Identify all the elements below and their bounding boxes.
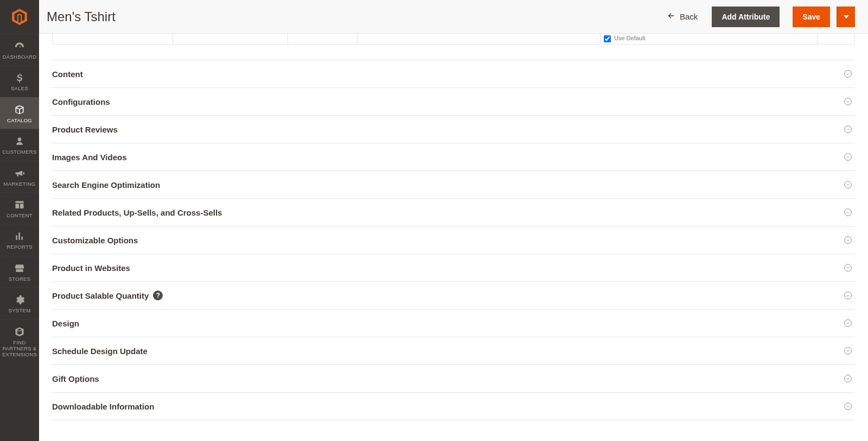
- sidebar-item-system[interactable]: SYSTEM: [0, 287, 39, 319]
- sidebar-item-label: DASHBOARD: [1, 54, 38, 60]
- sidebar-item-customers[interactable]: CUSTOMERS: [0, 129, 39, 160]
- accordion-label: Product Reviews: [52, 125, 118, 134]
- accordion-section[interactable]: Search Engine Optimization: [52, 171, 855, 199]
- accordion-section[interactable]: Images And Videos: [52, 143, 855, 171]
- accordion-label: Content: [52, 70, 83, 79]
- accordion-title: Configurations: [52, 97, 110, 106]
- magento-logo[interactable]: [0, 0, 39, 34]
- puzzle-icon: [1, 326, 38, 337]
- sidebar-item-dashboard[interactable]: DASHBOARD: [0, 34, 39, 65]
- sidebar-item-content[interactable]: CONTENT: [0, 192, 39, 224]
- svg-point-1: [845, 98, 852, 105]
- sidebar-item-label: CUSTOMERS: [1, 149, 38, 155]
- use-default-checkbox[interactable]: [604, 35, 611, 42]
- svg-point-12: [845, 403, 852, 410]
- help-icon[interactable]: ?: [153, 291, 163, 300]
- accordion-section[interactable]: Content: [52, 60, 855, 88]
- use-default-cell: Use Default: [601, 34, 818, 44]
- sidebar-item-label: SALES: [1, 85, 38, 91]
- accordion-section[interactable]: Product in Websites: [52, 254, 855, 282]
- svg-point-3: [845, 154, 852, 161]
- main-content: Men's Tshirt Back Add Attribute Save Use…: [39, 0, 868, 441]
- svg-point-10: [845, 348, 852, 355]
- svg-point-0: [845, 71, 852, 78]
- accordion-title: Customizable Options: [52, 236, 138, 245]
- chevron-down-icon: [843, 346, 853, 356]
- accordion-label: Downloadable Information: [52, 402, 154, 411]
- chevron-down-icon: [843, 152, 853, 162]
- accordion-label: Schedule Design Update: [52, 346, 148, 356]
- dollar-icon: [1, 72, 38, 83]
- sidebar-item-label: CONTENT: [1, 212, 38, 218]
- accordion-list: ContentConfigurationsProduct ReviewsImag…: [52, 60, 855, 420]
- sidebar-item-reports[interactable]: REPORTS: [0, 224, 39, 255]
- accordion-title: Product Reviews: [52, 125, 118, 134]
- accordion-section[interactable]: Customizable Options: [52, 226, 855, 254]
- accordion-section[interactable]: Gift Options: [52, 365, 855, 393]
- accordion-section[interactable]: Product Salable Quantity?: [52, 282, 855, 310]
- layout-icon: [1, 199, 38, 210]
- chevron-down-icon: [843, 374, 853, 383]
- chart-icon: [1, 231, 38, 242]
- store-icon: [1, 263, 38, 274]
- svg-point-5: [845, 209, 852, 216]
- accordion-section[interactable]: Related Products, Up-Sells, and Cross-Se…: [52, 199, 855, 226]
- accordion-label: Configurations: [52, 97, 110, 106]
- sidebar-item-label: CATALOG: [1, 117, 38, 123]
- svg-point-7: [845, 264, 852, 272]
- accordion-section[interactable]: Configurations: [52, 88, 855, 116]
- page-title: Men's Tshirt: [47, 9, 659, 24]
- sidebar-item-marketing[interactable]: MARKETING: [0, 161, 39, 192]
- accordion-label: Design: [52, 319, 79, 328]
- sidebar-item-label: STORES: [1, 276, 38, 282]
- svg-point-9: [845, 320, 852, 327]
- sidebar-item-stores[interactable]: STORES: [0, 256, 39, 287]
- accordion-title: Product Salable Quantity?: [52, 291, 163, 300]
- chevron-down-icon: [843, 401, 853, 411]
- gear-icon: [1, 294, 38, 305]
- admin-sidebar: DASHBOARD SALES CATALOG CUSTOMERS MARKET…: [0, 0, 39, 441]
- accordion-section[interactable]: Downloadable Information: [52, 393, 855, 420]
- back-button-label: Back: [680, 12, 698, 21]
- sidebar-item-label: MARKETING: [1, 181, 38, 187]
- megaphone-icon: [1, 168, 38, 179]
- svg-point-11: [845, 375, 852, 382]
- sidebar-item-partners[interactable]: FIND PARTNERS & EXTENSIONS: [0, 319, 39, 363]
- accordion-label: Images And Videos: [52, 153, 127, 162]
- chevron-down-icon: [843, 69, 853, 79]
- box-icon: [1, 104, 38, 115]
- accordion-section[interactable]: Design: [52, 310, 855, 337]
- chevron-down-icon: [843, 235, 853, 245]
- save-button[interactable]: Save: [793, 7, 830, 27]
- chevron-down-icon: [843, 318, 853, 328]
- sidebar-item-catalog[interactable]: CATALOG: [0, 97, 39, 129]
- accordion-section[interactable]: Schedule Design Update: [52, 337, 855, 365]
- content-area: Use Default ContentConfigurationsProduct…: [39, 34, 868, 441]
- arrow-left-icon: [667, 11, 675, 22]
- accordion-title: Schedule Design Update: [52, 346, 148, 356]
- accordion-title: Product in Websites: [52, 263, 130, 273]
- grid-row-fragment: Use Default: [52, 34, 855, 45]
- sidebar-item-label: FIND PARTNERS & EXTENSIONS: [1, 339, 38, 358]
- svg-point-8: [845, 292, 852, 299]
- add-attribute-button[interactable]: Add Attribute: [712, 7, 780, 27]
- use-default-label: Use Default: [614, 35, 645, 41]
- accordion-title: Downloadable Information: [52, 402, 154, 411]
- back-button[interactable]: Back: [659, 8, 705, 25]
- svg-point-6: [845, 237, 852, 244]
- save-dropdown-toggle[interactable]: [837, 7, 855, 27]
- accordion-label: Customizable Options: [52, 236, 138, 245]
- sidebar-item-sales[interactable]: SALES: [0, 65, 39, 97]
- accordion-label: Gift Options: [52, 374, 99, 383]
- sidebar-item-label: REPORTS: [1, 244, 38, 250]
- accordion-section[interactable]: Product Reviews: [52, 116, 855, 143]
- accordion-title: Search Engine Optimization: [52, 180, 160, 190]
- chevron-down-icon: [843, 124, 853, 134]
- chevron-down-icon: [843, 97, 853, 106]
- accordion-title: Design: [52, 319, 79, 328]
- accordion-label: Product Salable Quantity: [52, 291, 149, 300]
- accordion-label: Search Engine Optimization: [52, 180, 160, 190]
- sidebar-item-label: SYSTEM: [1, 307, 38, 313]
- accordion-title: Related Products, Up-Sells, and Cross-Se…: [52, 208, 222, 217]
- page-header: Men's Tshirt Back Add Attribute Save: [39, 0, 868, 34]
